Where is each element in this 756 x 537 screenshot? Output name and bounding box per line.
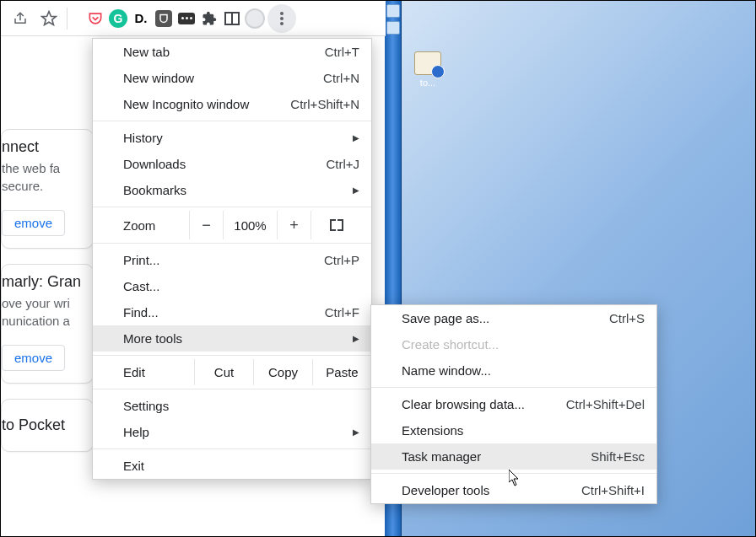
side-panel-icon[interactable] xyxy=(222,8,242,29)
menu-settings[interactable]: Settings xyxy=(93,393,371,419)
separator xyxy=(93,243,371,244)
edit-copy[interactable]: Copy xyxy=(253,359,312,385)
menu-new-tab[interactable]: New tabCtrl+T xyxy=(93,39,371,65)
card-line: secure. xyxy=(2,179,93,193)
taskbar-button[interactable] xyxy=(386,21,400,35)
svg-marker-0 xyxy=(42,11,57,24)
separator xyxy=(93,207,371,207)
svg-point-2 xyxy=(280,17,284,20)
grammarly-glyph: G xyxy=(109,9,127,28)
more-tools-submenu: Save page as...Ctrl+S Create shortcut...… xyxy=(370,304,657,504)
zoom-label: Zoom xyxy=(93,218,189,233)
zoom-value: 100% xyxy=(223,211,277,239)
remove-button[interactable]: emove xyxy=(2,345,65,371)
extensions-puzzle-icon[interactable] xyxy=(199,8,219,29)
separator xyxy=(93,389,371,389)
separator xyxy=(371,473,656,474)
chrome-menu: New tabCtrl+T New windowCtrl+N New Incog… xyxy=(92,38,372,480)
grammarly-extension-icon[interactable]: G xyxy=(108,8,128,29)
avatar xyxy=(245,8,265,29)
card-title: marly: Gran xyxy=(2,273,93,291)
menu-more-tools[interactable]: More tools xyxy=(93,325,371,352)
menu-zoom-row: Zoom − 100% + xyxy=(93,211,371,239)
edit-paste[interactable]: Paste xyxy=(312,359,371,385)
menu-downloads[interactable]: DownloadsCtrl+J xyxy=(93,151,371,177)
card-title: nnect xyxy=(2,138,93,156)
card-line: nunication a xyxy=(2,314,93,328)
extension-card: nnect the web fa secure. emove xyxy=(1,129,94,249)
separator xyxy=(93,355,371,356)
submenu-clear-browsing-data[interactable]: Clear browsing data...Ctrl+Shift+Del xyxy=(371,391,656,417)
desktop-shortcut[interactable]: to... xyxy=(414,51,441,88)
submenu-save-page-as[interactable]: Save page as...Ctrl+S xyxy=(371,305,656,331)
card-line: the web fa xyxy=(2,161,93,175)
taskbar-button[interactable] xyxy=(386,4,400,18)
separator xyxy=(93,448,371,449)
separator xyxy=(371,387,656,388)
bookmark-star-icon[interactable] xyxy=(35,4,63,33)
menu-cast[interactable]: Cast... xyxy=(93,273,371,299)
zoom-out-button[interactable]: − xyxy=(189,211,223,239)
menu-new-incognito[interactable]: New Incognito windowCtrl+Shift+N xyxy=(93,91,371,117)
share-icon[interactable] xyxy=(6,4,35,33)
submenu-create-shortcut: Create shortcut... xyxy=(371,331,656,357)
submenu-extensions[interactable]: Extensions xyxy=(371,417,656,443)
edit-cut[interactable]: Cut xyxy=(194,359,253,385)
extension-card: marly: Gran ove your wri nunication a em… xyxy=(1,264,94,384)
menu-new-window[interactable]: New windowCtrl+N xyxy=(93,65,371,91)
menu-exit[interactable]: Exit xyxy=(93,453,371,479)
svg-point-1 xyxy=(280,12,284,15)
separator xyxy=(67,8,78,30)
menu-print[interactable]: Print...Ctrl+P xyxy=(93,247,371,273)
svg-point-3 xyxy=(280,22,284,25)
card-line: ove your wri xyxy=(2,296,93,310)
menu-bookmarks[interactable]: Bookmarks xyxy=(93,177,371,203)
separator xyxy=(93,121,371,121)
extensions-row: G D. xyxy=(85,4,296,33)
ublock-glyph xyxy=(155,10,172,27)
submenu-task-manager[interactable]: Task managerShift+Esc xyxy=(371,443,656,470)
profile-avatar-icon[interactable] xyxy=(245,8,265,29)
three-dot-menu-icon[interactable] xyxy=(267,4,296,33)
submenu-developer-tools[interactable]: Developer toolsCtrl+Shift+I xyxy=(371,477,656,503)
remove-button[interactable]: emove xyxy=(2,210,65,236)
ublock-extension-icon[interactable] xyxy=(154,8,174,29)
browser-toolbar: G D. xyxy=(1,1,386,36)
card-title: to Pocket xyxy=(2,416,93,434)
fullscreen-icon xyxy=(330,219,343,231)
menu-find[interactable]: Find...Ctrl+F xyxy=(93,299,371,325)
menu-help[interactable]: Help xyxy=(93,419,371,445)
edit-label: Edit xyxy=(93,365,194,379)
dictionary-extension-icon[interactable]: D. xyxy=(131,8,151,29)
desktop-shortcut-label: to... xyxy=(414,78,441,88)
zoom-in-button[interactable]: + xyxy=(277,211,310,239)
folder-icon xyxy=(414,51,441,75)
fullscreen-button[interactable] xyxy=(310,211,361,239)
page-content: nnect the web fa secure. emove marly: Gr… xyxy=(1,36,94,536)
pocket-extension-icon[interactable] xyxy=(85,8,105,29)
extension-card: to Pocket xyxy=(1,399,94,452)
submenu-name-window[interactable]: Name window... xyxy=(371,357,656,384)
menu-history[interactable]: History xyxy=(93,125,371,151)
password-extension-icon[interactable] xyxy=(176,8,197,29)
menu-edit-row: Edit Cut Copy Paste xyxy=(93,359,371,385)
